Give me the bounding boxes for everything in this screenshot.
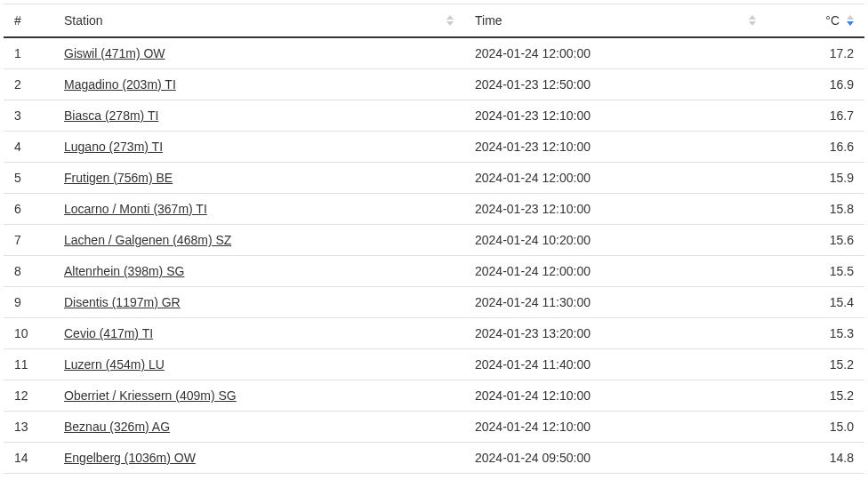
cell-station: Altenrhein (398m) SG [53,256,464,287]
cell-station: Locarno / Monti (367m) TI [53,194,464,225]
table-header-row: # Station Time [4,4,864,38]
cell-num: 14 [4,443,53,474]
cell-time: 2024-01-23 13:20:00 [464,318,767,349]
header-station[interactable]: Station [53,4,464,38]
sort-down-icon [749,21,756,26]
table-row: 13Beznau (326m) AG2024-01-24 12:10:0015.… [4,412,864,443]
cell-time: 2024-01-24 12:00:00 [464,256,767,287]
cell-time: 2024-01-23 12:10:00 [464,194,767,225]
cell-num: 13 [4,412,53,443]
station-link[interactable]: Lachen / Galgenen (468m) SZ [64,233,231,247]
station-link[interactable]: Oberriet / Kriessern (409m) SG [64,388,237,403]
header-temp-label: °C [825,13,840,28]
cell-station: Biasca (278m) TI [53,100,464,132]
cell-time: 2024-01-24 09:50:00 [464,443,767,474]
station-link[interactable]: Engelberg (1036m) OW [64,451,196,465]
table-row: 8Altenrhein (398m) SG2024-01-24 12:00:00… [4,256,864,287]
cell-station: Frutigen (756m) BE [53,163,464,194]
sort-icon [847,15,854,26]
cell-time: 2024-01-23 12:10:00 [464,132,767,163]
table-row: 15Basel (316m) BL2024-01-24 12:10:0014.7 [4,474,864,481]
cell-time: 2024-01-24 12:00:00 [464,37,767,69]
cell-time: 2024-01-24 12:10:00 [464,474,767,481]
table-row: 14Engelberg (1036m) OW2024-01-24 09:50:0… [4,443,864,474]
station-link[interactable]: Luzern (454m) LU [64,357,165,372]
cell-temp: 15.4 [767,287,864,318]
cell-time: 2024-01-24 10:20:00 [464,225,767,256]
header-time[interactable]: Time [464,4,767,38]
table-row: 5Frutigen (756m) BE2024-01-24 12:00:0015… [4,163,864,194]
cell-station: Beznau (326m) AG [53,412,464,443]
cell-station: Cevio (417m) TI [53,318,464,349]
cell-station: Disentis (1197m) GR [53,287,464,318]
cell-num: 3 [4,100,53,132]
cell-temp: 16.9 [767,69,864,100]
table-row: 7Lachen / Galgenen (468m) SZ2024-01-24 1… [4,225,864,256]
station-link[interactable]: Frutigen (756m) BE [64,171,173,185]
cell-station: Basel (316m) BL [53,474,464,481]
sort-up-icon [446,15,454,20]
cell-num: 10 [4,318,53,349]
cell-temp: 15.3 [767,318,864,349]
cell-num: 9 [4,287,53,318]
header-temp[interactable]: °C [767,4,864,38]
station-link[interactable]: Lugano (273m) TI [64,140,163,154]
cell-temp: 16.6 [767,132,864,163]
cell-num: 15 [4,474,53,481]
cell-temp: 15.8 [767,194,864,225]
cell-num: 6 [4,194,53,225]
cell-time: 2024-01-23 12:10:00 [464,100,767,132]
station-link[interactable]: Cevio (417m) TI [64,326,153,340]
cell-temp: 14.8 [767,443,864,474]
station-link[interactable]: Giswil (471m) OW [64,46,165,60]
cell-temp: 16.7 [767,100,864,132]
cell-temp: 15.2 [767,349,864,380]
cell-temp: 15.9 [767,163,864,194]
table-row: 6Locarno / Monti (367m) TI2024-01-23 12:… [4,194,864,225]
cell-time: 2024-01-24 12:10:00 [464,380,767,412]
cell-temp: 15.6 [767,225,864,256]
table-row: 3Biasca (278m) TI2024-01-23 12:10:0016.7 [4,100,864,132]
station-link[interactable]: Locarno / Monti (367m) TI [64,202,207,216]
station-link[interactable]: Magadino (203m) TI [64,77,176,92]
cell-num: 4 [4,132,53,163]
cell-num: 8 [4,256,53,287]
cell-station: Magadino (203m) TI [53,69,464,100]
cell-num: 7 [4,225,53,256]
cell-num: 11 [4,349,53,380]
sort-down-icon [446,21,454,26]
header-num: # [4,4,53,38]
cell-time: 2024-01-24 11:40:00 [464,349,767,380]
station-link[interactable]: Beznau (326m) AG [64,420,170,434]
table-row: 12Oberriet / Kriessern (409m) SG2024-01-… [4,380,864,412]
table-row: 2Magadino (203m) TI2024-01-23 12:50:0016… [4,69,864,100]
cell-time: 2024-01-24 12:10:00 [464,412,767,443]
cell-station: Oberriet / Kriessern (409m) SG [53,380,464,412]
cell-time: 2024-01-24 12:00:00 [464,163,767,194]
cell-temp: 15.5 [767,256,864,287]
cell-temp: 14.7 [767,474,864,481]
table-row: 10Cevio (417m) TI2024-01-23 13:20:0015.3 [4,318,864,349]
sort-icon [749,15,756,26]
sort-down-icon [847,21,854,26]
header-num-label: # [14,13,21,28]
table-row: 4Lugano (273m) TI2024-01-23 12:10:0016.6 [4,132,864,163]
header-station-label: Station [64,13,103,28]
cell-station: Lugano (273m) TI [53,132,464,163]
cell-station: Lachen / Galgenen (468m) SZ [53,225,464,256]
cell-temp: 17.2 [767,37,864,69]
cell-station: Engelberg (1036m) OW [53,443,464,474]
cell-num: 1 [4,37,53,69]
cell-temp: 15.0 [767,412,864,443]
cell-num: 5 [4,163,53,194]
header-time-label: Time [475,13,502,28]
station-link[interactable]: Disentis (1197m) GR [64,295,181,309]
cell-station: Luzern (454m) LU [53,349,464,380]
cell-time: 2024-01-23 12:50:00 [464,69,767,100]
cell-station: Giswil (471m) OW [53,37,464,69]
station-link[interactable]: Altenrhein (398m) SG [64,264,184,278]
cell-time: 2024-01-24 11:30:00 [464,287,767,318]
table-row: 9Disentis (1197m) GR2024-01-24 11:30:001… [4,287,864,318]
station-link[interactable]: Biasca (278m) TI [64,108,158,123]
sort-icon [446,15,454,26]
